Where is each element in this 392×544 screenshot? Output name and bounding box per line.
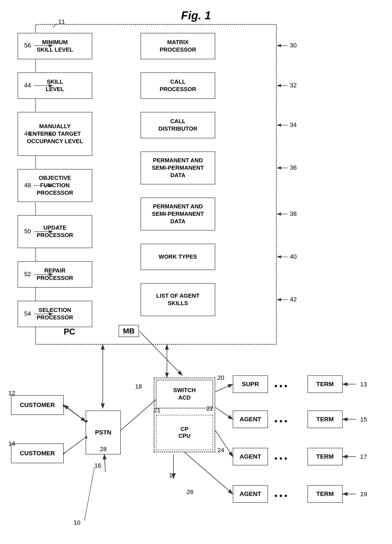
svg-line-50 xyxy=(215,384,233,392)
svg-text:13: 13 xyxy=(360,381,367,388)
box-agent-3: AGENT xyxy=(233,485,268,503)
box-objective-function-processor: OBJECTIVE FUNCTION PROCESSOR xyxy=(18,169,92,202)
box-cp-cpu: CP CPU xyxy=(156,415,213,450)
box-minimum-skill-level: MINIMUM SKILL LEVEL xyxy=(18,33,92,59)
svg-text:20: 20 xyxy=(217,374,224,381)
svg-line-38 xyxy=(64,405,86,421)
svg-text:15: 15 xyxy=(360,416,367,423)
svg-line-36 xyxy=(121,400,156,430)
svg-text:34: 34 xyxy=(290,121,297,128)
svg-text:10: 10 xyxy=(74,519,80,526)
box-customer-2: CUSTOMER xyxy=(11,443,64,463)
svg-text:18: 18 xyxy=(135,383,142,390)
box-repair-processor: REPAIR PROCESSOR xyxy=(18,261,92,288)
svg-line-57 xyxy=(184,452,233,494)
svg-line-47 xyxy=(104,455,105,472)
box-term-13: TERM xyxy=(308,375,343,393)
box-term-19: TERM xyxy=(308,485,343,503)
svg-text:36: 36 xyxy=(290,164,297,171)
svg-line-49 xyxy=(84,467,95,520)
box-work-types: WORK TYPES xyxy=(141,244,215,270)
svg-text:16: 16 xyxy=(95,462,101,469)
svg-text:30: 30 xyxy=(290,42,297,49)
box-agent-2: AGENT xyxy=(233,448,268,465)
dots-agent2-term: • • • xyxy=(274,454,287,463)
svg-text:19: 19 xyxy=(360,491,367,497)
dots-supr-term: • • • xyxy=(274,382,287,391)
svg-line-55 xyxy=(215,430,233,457)
mb-box: MB xyxy=(119,325,139,337)
box-matrix-processor: MATRIX PROCESSOR xyxy=(141,33,215,59)
svg-text:32: 32 xyxy=(290,82,297,89)
svg-line-43 xyxy=(64,437,86,453)
svg-text:26: 26 xyxy=(187,488,193,495)
svg-line-40 xyxy=(64,405,86,421)
box-switch-acd: SWITCH ACD xyxy=(156,380,213,408)
svg-line-39 xyxy=(64,405,86,421)
svg-text:40: 40 xyxy=(290,253,297,260)
box-list-of-agent-skills: LIST OF AGENT SKILLS xyxy=(141,283,215,316)
page-title: Fig. 1 xyxy=(0,0,392,24)
box-agent-1: AGENT xyxy=(233,411,268,428)
box-manually-entered-target-occupancy: MANUALLY ENTERED TARGET OCCUPANCY LEVEL xyxy=(18,112,92,156)
box-supr: SUPR xyxy=(233,375,268,393)
box-pstn: PSTN xyxy=(86,411,121,455)
svg-text:24: 24 xyxy=(217,447,224,454)
box-permanent-semi-permanent-data-2: PERMANENT AND SEMI-PERMANENT DATA xyxy=(141,198,215,231)
dots-agent3-term: • • • xyxy=(274,491,287,501)
box-term-15: TERM xyxy=(308,411,343,428)
svg-text:38: 38 xyxy=(290,210,297,217)
svg-text:17: 17 xyxy=(360,453,367,460)
box-call-distributor: CALL DISTRIBUTOR xyxy=(141,112,215,138)
box-customer-1: CUSTOMER xyxy=(11,395,64,415)
svg-text:42: 42 xyxy=(290,296,297,303)
pc-label: PC xyxy=(64,327,75,337)
box-call-processor: CALL PROCESSOR xyxy=(141,72,215,99)
box-update-processor: UPDATE PROCESSOR xyxy=(18,215,92,248)
box-skill-level: SKILL LEVEL xyxy=(18,72,92,99)
dots-agent1-term: • • • xyxy=(274,417,287,426)
box-selection-processor: SELECTION PROCESSOR xyxy=(18,301,92,327)
svg-text:17: 17 xyxy=(169,472,176,479)
svg-line-52 xyxy=(215,407,233,419)
box-permanent-semi-permanent-data-1: PERMANENT AND SEMI-PERMANENT DATA xyxy=(141,152,215,184)
box-term-17: TERM xyxy=(308,448,343,465)
